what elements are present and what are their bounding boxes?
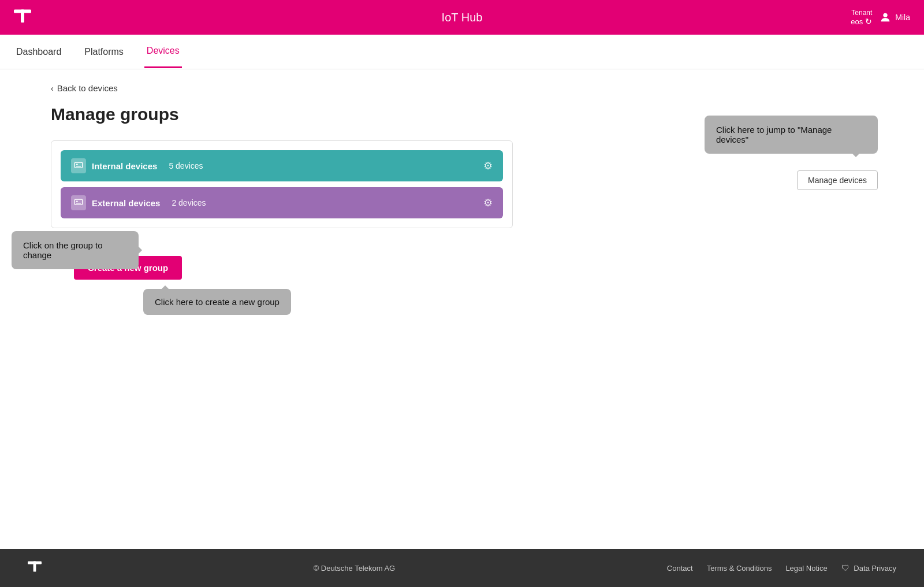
app-title: IoT Hub	[442, 11, 483, 24]
footer-copyright: © Deutsche Telekom AG	[314, 564, 396, 573]
group-count-external: 2 devices	[172, 198, 206, 207]
tenant-value: eos ↻	[851, 17, 872, 26]
nav-bar: Dashboard Platforms Devices	[0, 35, 924, 69]
back-link[interactable]: ‹ Back to devices	[51, 83, 118, 93]
group-row-external[interactable]: External devices 2 devices ⚙	[61, 187, 503, 218]
groups-panel: Internal devices 5 devices ⚙ External de…	[51, 140, 513, 228]
user-area: Tenant eos ↻ Mila	[851, 9, 910, 26]
nav-platforms[interactable]: Platforms	[82, 36, 126, 68]
svg-rect-5	[76, 166, 81, 166]
svg-rect-10	[33, 562, 36, 572]
footer: © Deutsche Telekom AG Contact Terms & Co…	[0, 549, 924, 587]
group-icon-external	[71, 195, 86, 210]
footer-privacy[interactable]: 🛡 Data Privacy	[841, 563, 896, 573]
gear-icon-external[interactable]: ⚙	[483, 196, 493, 209]
gear-icon-internal[interactable]: ⚙	[483, 159, 493, 172]
footer-logo	[28, 559, 42, 577]
footer-contact[interactable]: Contact	[667, 564, 693, 573]
group-left-external: External devices 2 devices	[71, 195, 206, 210]
create-group-area: Create a new group Click here to create …	[51, 242, 896, 315]
manage-devices-button[interactable]: Manage devices	[797, 170, 878, 190]
tooltip-group-change: Click on the group to change	[12, 231, 139, 269]
group-name-external: External devices	[92, 198, 160, 208]
svg-rect-3	[74, 162, 82, 168]
group-count-internal: 5 devices	[169, 161, 203, 170]
footer-terms[interactable]: Terms & Conditions	[707, 564, 772, 573]
svg-rect-4	[76, 164, 78, 165]
tenant-name: eos	[851, 17, 863, 26]
group-left-internal: Internal devices 5 devices	[71, 158, 203, 173]
footer-privacy-label: Data Privacy	[854, 564, 896, 573]
nav-devices[interactable]: Devices	[144, 35, 182, 68]
refresh-icon[interactable]: ↻	[865, 17, 872, 26]
group-name-internal: Internal devices	[92, 161, 157, 171]
nav-dashboard[interactable]: Dashboard	[14, 36, 64, 68]
tenant-label: Tenant	[851, 9, 872, 17]
svg-rect-6	[74, 199, 82, 205]
user-name: Mila	[895, 13, 910, 22]
back-chevron-icon: ‹	[51, 84, 54, 93]
svg-rect-1	[21, 9, 24, 23]
user-icon-area[interactable]: Mila	[879, 11, 910, 24]
tenant-info: Tenant eos ↻	[851, 9, 872, 26]
footer-legal[interactable]: Legal Notice	[785, 564, 827, 573]
svg-point-2	[884, 13, 888, 17]
tooltip-manage-devices: Click here to jump to "Manage devices"	[705, 116, 878, 154]
tooltip-create-group: Click here to create a new group	[143, 289, 291, 315]
top-bar: IoT Hub Tenant eos ↻ Mila	[0, 0, 924, 35]
user-icon	[879, 11, 892, 24]
footer-links: Contact Terms & Conditions Legal Notice …	[667, 563, 896, 573]
group-row-internal[interactable]: Internal devices 5 devices ⚙	[61, 150, 503, 181]
logo	[14, 7, 31, 28]
group-icon-internal	[71, 158, 86, 173]
svg-rect-8	[76, 203, 81, 203]
back-link-text: Back to devices	[57, 83, 118, 93]
main-content: Click here to jump to "Manage devices" M…	[0, 69, 924, 549]
shield-icon: 🛡	[841, 563, 850, 573]
svg-rect-7	[76, 201, 78, 202]
